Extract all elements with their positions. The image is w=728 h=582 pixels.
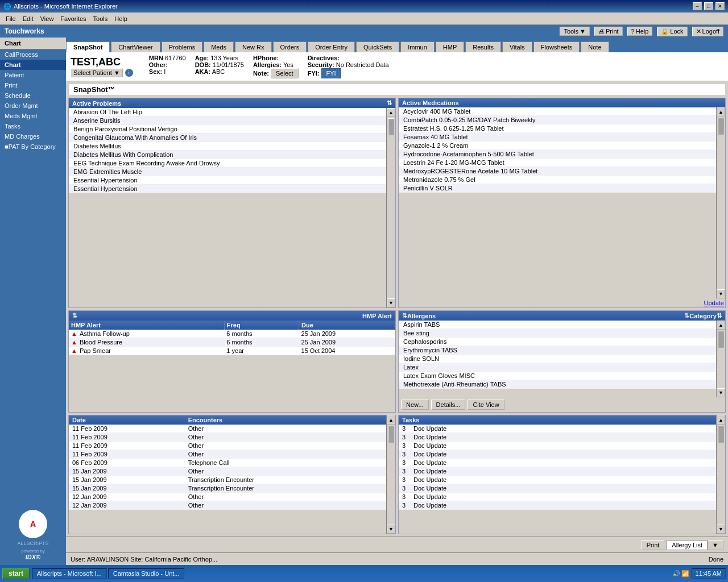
active-problem-item[interactable]: Essential Hypertension <box>69 185 386 193</box>
sidebar-item-chart[interactable]: Chart <box>0 60 66 70</box>
task-row[interactable]: 3 Doc Update <box>399 467 716 476</box>
tab-newrx[interactable]: New Rx <box>235 41 272 52</box>
tab-snapshot[interactable]: SnapShot <box>66 41 110 52</box>
fyi-button[interactable]: FYI <box>321 68 341 78</box>
active-problem-item[interactable]: Diabetes Mellitus With Complication <box>69 151 386 159</box>
start-button[interactable]: start <box>2 568 30 579</box>
allergen-item[interactable]: Latex <box>399 363 716 372</box>
encounter-row[interactable]: 06 Feb 2009 Telephone Call <box>69 459 386 467</box>
active-problem-item[interactable]: EEG Technique Exam Recording Awake And D… <box>69 159 386 168</box>
taskbar-item-camtasia[interactable]: Camtasia Studio - Unt... <box>108 568 185 579</box>
encounter-row[interactable]: 11 Feb 2009 Other <box>69 450 386 459</box>
encounter-row[interactable]: 11 Feb 2009 Other <box>69 433 386 442</box>
task-row[interactable]: 3 Doc Update <box>399 459 716 467</box>
active-medications-scroll-down[interactable]: ▼ <box>717 289 725 298</box>
menu-favorites[interactable]: Favorites <box>57 14 89 23</box>
taskbar-item-allscripts[interactable]: Allscripts - Microsoft I... <box>32 568 107 579</box>
active-medication-item[interactable]: Fosamax 40 MG Tablet <box>399 133 716 142</box>
update-link[interactable]: Update <box>704 300 724 306</box>
print-button[interactable]: 🖨 Print <box>594 27 623 36</box>
close-button[interactable]: ✕ <box>715 2 725 10</box>
active-medications-scroll-up[interactable]: ▲ <box>717 107 725 117</box>
active-medication-item[interactable]: CombiPatch 0.05-0.25 MG/DAY Patch Biweek… <box>399 116 716 124</box>
info-button[interactable]: i <box>125 69 133 77</box>
encounters-scroll-thumb[interactable] <box>388 426 394 443</box>
menu-tools[interactable]: Tools <box>90 14 111 23</box>
tab-hmp[interactable]: HMP <box>436 41 464 52</box>
allergen-item[interactable]: Aspirin TABS <box>399 321 716 329</box>
active-medications-scroll-thumb[interactable] <box>718 118 724 135</box>
task-row[interactable]: 3 Doc Update <box>399 450 716 459</box>
sidebar-item-tasks[interactable]: Tasks <box>0 121 66 131</box>
tab-orders[interactable]: Orders <box>273 41 307 52</box>
encounter-row[interactable]: 11 Feb 2009 Other <box>69 425 386 433</box>
tab-meds[interactable]: Meds <box>204 41 234 52</box>
tasks-scrollbar[interactable]: ▲ ▼ <box>716 415 725 534</box>
active-medication-item[interactable]: Hydrocodone-Acetaminophen 5-500 MG Table… <box>399 150 716 159</box>
active-problems-scrollbar[interactable]: ▲ ▼ <box>386 108 395 307</box>
logoff-button[interactable]: ✕ Logoff <box>692 27 723 36</box>
hmp-row[interactable]: ▲Asthma Follow-up 6 months 25 Jan 2009 <box>69 330 395 338</box>
active-medication-item[interactable]: Penicillin V SOLR <box>399 184 716 193</box>
allergen-item[interactable]: Iodine SOLN <box>399 355 716 363</box>
encounter-row[interactable]: 15 Jan 2009 Transcription Encounter <box>69 484 386 493</box>
task-row[interactable]: 3 Doc Update <box>399 484 716 493</box>
help-button[interactable]: ? Help <box>627 27 653 36</box>
sidebar-item-medsmgmt[interactable]: Meds Mgmt <box>0 111 66 121</box>
task-row[interactable]: 3 Doc Update <box>399 425 716 433</box>
tab-quicksets[interactable]: QuickSets <box>356 41 399 52</box>
allergens-scroll-down[interactable]: ▼ <box>717 388 725 397</box>
note-select-button[interactable]: Select <box>271 68 299 78</box>
sidebar-item-mdcharges[interactable]: MD Charges <box>0 131 66 142</box>
tasks-scroll-thumb[interactable] <box>718 426 724 443</box>
active-problems-scroll-down[interactable]: ▼ <box>387 298 395 307</box>
allergen-item[interactable]: Erythromycin TABS <box>399 346 716 355</box>
encounters-scroll-down[interactable]: ▼ <box>387 525 395 534</box>
sidebar-item-callprocess[interactable]: CallProcess <box>0 49 66 60</box>
tab-problems[interactable]: Problems <box>162 41 202 52</box>
active-problems-scroll-up[interactable]: ▲ <box>387 108 395 117</box>
encounters-scroll-up[interactable]: ▲ <box>387 415 395 425</box>
bottom-print-button[interactable]: Print <box>642 540 665 550</box>
active-problem-item[interactable]: Benign Paroxysmal Positional Vertigo <box>69 125 386 134</box>
tab-immun[interactable]: Immun <box>400 41 435 52</box>
active-problem-item[interactable]: Congenital Glaucoma With Anomalies Of Ir… <box>69 134 386 142</box>
tab-results[interactable]: Results <box>465 41 501 52</box>
encounter-row[interactable]: 11 Feb 2009 Other <box>69 442 386 450</box>
tab-vitals[interactable]: Vitals <box>502 41 532 52</box>
lock-button[interactable]: 🔒 Lock <box>657 27 687 36</box>
task-row[interactable]: 3 Doc Update <box>399 442 716 450</box>
encounter-row[interactable]: 12 Jan 2009 Other <box>69 501 386 510</box>
tab-flowsheets[interactable]: Flowsheets <box>533 41 580 52</box>
allergens-scrollbar[interactable]: ▲ ▼ <box>716 321 725 397</box>
hmp-row[interactable]: ▲Blood Pressure 6 months 25 Jan 2009 <box>69 338 395 347</box>
active-problem-item[interactable]: EMG Extremities Muscle <box>69 168 386 176</box>
active-medication-item[interactable]: Metronidazole 0.75 % Gel <box>399 176 716 184</box>
active-medication-item[interactable]: Gynazole-1 2 % Cream <box>399 142 716 150</box>
menu-edit[interactable]: Edit <box>19 14 37 23</box>
menu-file[interactable]: File <box>2 14 19 23</box>
active-problem-item[interactable]: Anserine Bursitis <box>69 117 386 125</box>
tab-note[interactable]: Note <box>581 41 609 52</box>
allergen-item[interactable]: Cephalosporins <box>399 338 716 346</box>
menu-help[interactable]: Help <box>111 14 131 23</box>
encounter-row[interactable]: 15 Jan 2009 Transcription Encounter <box>69 476 386 484</box>
sidebar-item-schedule[interactable]: Schedule <box>0 90 66 101</box>
allergen-item[interactable]: Bee sting <box>399 329 716 338</box>
tab-chartviewer[interactable]: ChartViewer <box>111 41 160 52</box>
active-medication-item[interactable]: Estratest H.S. 0.625-1.25 MG Tablet <box>399 124 716 133</box>
active-medication-item[interactable]: Loestrin 24 Fe 1-20 MG-MCG Tablet <box>399 159 716 167</box>
sidebar-item-patbycategory[interactable]: ■PAT By Category <box>0 142 66 152</box>
allergy-list-dropdown[interactable]: ▼ <box>708 540 723 550</box>
active-problem-item[interactable]: Diabetes Mellitus <box>69 142 386 151</box>
tools-button[interactable]: Tools ▼ <box>560 27 590 36</box>
new-allergy-button[interactable]: New... <box>401 400 429 410</box>
allergens-scroll-up[interactable]: ▲ <box>717 321 725 330</box>
task-row[interactable]: 3 Doc Update <box>399 476 716 484</box>
menu-view[interactable]: View <box>37 14 57 23</box>
sidebar-item-print[interactable]: Print <box>0 80 66 90</box>
active-problem-item[interactable]: Abrasion Of The Left Hip <box>69 108 386 117</box>
restore-button[interactable]: □ <box>704 2 713 10</box>
minimize-button[interactable]: – <box>693 2 702 10</box>
task-row[interactable]: 3 Doc Update <box>399 433 716 442</box>
